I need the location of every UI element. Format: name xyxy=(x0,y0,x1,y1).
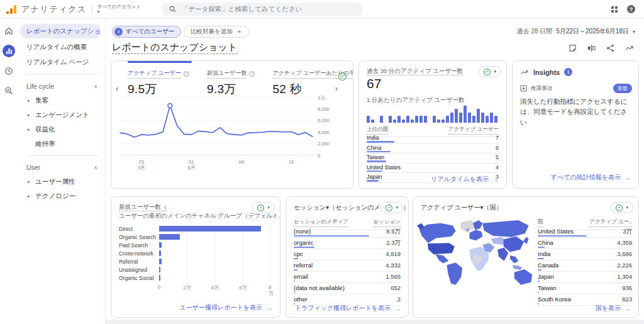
minute-bar xyxy=(472,116,475,123)
compare-icon[interactable] xyxy=(587,44,596,52)
row-label: India xyxy=(367,135,379,141)
realtime-sparkline-title: 1 分あたりのアクティブ ユーザー数 xyxy=(367,96,465,104)
row-bar xyxy=(294,292,295,294)
minute-bar xyxy=(455,109,458,123)
bar-label: Direct xyxy=(119,226,159,232)
column-header: アクティブ ユー.. xyxy=(589,218,632,227)
minute-bar xyxy=(415,116,418,123)
carousel-prev-button[interactable]: ‹ xyxy=(116,84,118,93)
bar[interactable] xyxy=(159,226,261,232)
reports-icon[interactable] xyxy=(3,45,15,57)
minute-bar xyxy=(406,116,409,123)
bar[interactable] xyxy=(159,234,180,240)
note-icon[interactable] xyxy=(569,44,577,52)
data-quality-icon: ✓ xyxy=(616,204,623,211)
row-value: 936 xyxy=(622,284,632,291)
insight-message[interactable]: 消失した行動指標にアクセスするには、同意モードを再設定してください xyxy=(520,96,631,127)
data-quality-dropdown[interactable]: ✓ ▾ xyxy=(252,202,275,213)
minute-bar xyxy=(477,109,480,123)
row-value: 2,226 xyxy=(617,262,632,269)
world-choropleth-map[interactable] xyxy=(416,217,535,296)
advertising-icon[interactable] xyxy=(3,85,14,96)
share-icon[interactable] xyxy=(606,44,614,52)
view-all-insights-link[interactable]: すべての統計情報を表示→ xyxy=(551,173,631,182)
audience-chip[interactable]: i すべてのユーザー xyxy=(112,26,181,38)
table-row: India 7 xyxy=(367,134,499,144)
bar-row: Unassigned xyxy=(119,265,271,274)
column-header: 国 xyxy=(538,218,543,227)
realtime-card: 過去 30 分のアクティブ ユーザー数 ✓ ▾ 67 1 分あたりのアクティブ … xyxy=(358,60,507,189)
view-user-acquisition-link[interactable]: ユーザー獲得レポートを表示→ xyxy=(180,303,272,312)
row-value: 1,565 xyxy=(386,273,401,280)
row-value: 823 xyxy=(622,296,632,303)
realtime-per-minute-chart[interactable] xyxy=(367,105,499,123)
row-bar xyxy=(367,170,382,172)
help-icon: ? xyxy=(184,71,189,77)
bar-track xyxy=(159,257,271,265)
x-tick: 0 xyxy=(158,284,160,290)
view-traffic-acquisition-link[interactable]: トラフィック獲得レポートを表示→ xyxy=(295,304,401,313)
map-india xyxy=(497,248,508,261)
minute-bar xyxy=(371,120,374,123)
sidebar-section-user[interactable]: User ∧ xyxy=(18,160,105,174)
sidebar-item-snapshot[interactable]: レポートのスナップショット xyxy=(20,24,101,38)
realtime-active-users-value: 67 xyxy=(367,76,381,91)
add-comparison-chip[interactable]: 比較対象を追加 ＋ xyxy=(184,26,249,38)
bar[interactable] xyxy=(159,267,160,272)
row-label: Taiwan xyxy=(538,284,557,291)
bar[interactable] xyxy=(159,275,160,281)
card-title[interactable]: アクティブ ユーザー▾（国） xyxy=(421,203,502,212)
expand-icon: ▸ xyxy=(28,179,31,184)
search-input[interactable]: 「データ探索」と検索してみてください xyxy=(162,3,362,16)
insights-icon[interactable] xyxy=(625,44,634,52)
sidebar-item-tech[interactable]: ▸ テクノロジー xyxy=(18,189,105,203)
sidebar-item-monetization[interactable]: ▸ 収益化 xyxy=(18,122,105,137)
bar[interactable] xyxy=(159,259,162,264)
sidebar-item-retention[interactable]: 維持率 xyxy=(18,137,105,151)
home-icon[interactable] xyxy=(3,25,14,36)
date-range-selector[interactable]: 過去 28 日間 5月22日～2025年6月18日 ▾ xyxy=(517,27,635,36)
data-quality-dropdown[interactable]: ✓ ▾ xyxy=(611,202,633,213)
analytics-logo-icon[interactable] xyxy=(6,5,16,14)
row-value: 8.5万 xyxy=(386,228,401,236)
countries-table: United States 3万 China 4,359 India 3,686… xyxy=(538,226,632,306)
svg-text:5月: 5月 xyxy=(138,165,145,170)
active-users-trend-chart[interactable]: 02,0004,0006,0008,0001万255月016月0815 xyxy=(118,94,345,174)
account-selector[interactable]: すべてのアカウント ▾ xyxy=(97,4,141,14)
svg-text:08: 08 xyxy=(238,159,243,165)
sidebar-item-realtime-overview[interactable]: リアルタイムの概要 xyxy=(18,40,105,55)
data-quality-icon: ✓ xyxy=(484,69,491,75)
row-bar xyxy=(294,281,295,282)
new-users-bar-chart[interactable]: Direct Organic Search Paid Search Cross-… xyxy=(119,225,271,292)
sidebar-item-realtime-pages[interactable]: リアルタイム ページ xyxy=(18,55,105,70)
sidebar-item-engagement[interactable]: ▸ エンゲージメント xyxy=(18,108,105,122)
caret-down-icon: ▾ xyxy=(494,69,496,74)
insight-item[interactable]: 推奨事項 新規 xyxy=(520,84,632,93)
bar-row: Cross-network xyxy=(119,249,271,257)
view-countries-link[interactable]: 国を表示→ xyxy=(596,304,631,313)
data-quality-dropdown[interactable]: ✓ ▾ xyxy=(380,202,403,213)
explore-icon[interactable] xyxy=(3,65,14,77)
data-quality-icon[interactable]: ✓ xyxy=(338,72,347,81)
help-icon[interactable]: ? xyxy=(627,5,635,13)
help-icon: ? xyxy=(249,71,255,77)
apps-grid-icon[interactable] xyxy=(611,6,618,13)
insights-count-badge: 1 xyxy=(564,68,572,76)
row-label: United States xyxy=(367,164,401,170)
trend-line-chart: 02,0004,0006,0008,0001万255月016月0815 xyxy=(118,94,345,172)
bar[interactable] xyxy=(159,242,162,248)
data-quality-dropdown[interactable]: ✓ ▾ xyxy=(479,66,501,77)
map-se-asia xyxy=(510,255,518,263)
column-header: アクティブ ユーザー xyxy=(448,126,499,135)
sidebar-item-acquisition[interactable]: ▸ 集客 xyxy=(18,93,105,108)
sidebar-item-user-attributes[interactable]: ▸ ユーザー属性 xyxy=(18,174,105,189)
audience-chip-icon: i xyxy=(114,28,123,36)
hbar-rows: Direct Organic Search Paid Search Cross-… xyxy=(119,225,271,282)
x-axis: 02万4万6万8万 xyxy=(159,284,271,292)
bar-track xyxy=(159,265,271,274)
view-realtime-link[interactable]: リアルタイムを表示→ xyxy=(431,175,499,184)
arrow-right-icon: → xyxy=(625,305,631,312)
bar[interactable] xyxy=(159,250,161,256)
sidebar-section-life-cycle[interactable]: Life cycle ∧ xyxy=(18,79,105,93)
row-bar xyxy=(538,258,544,260)
